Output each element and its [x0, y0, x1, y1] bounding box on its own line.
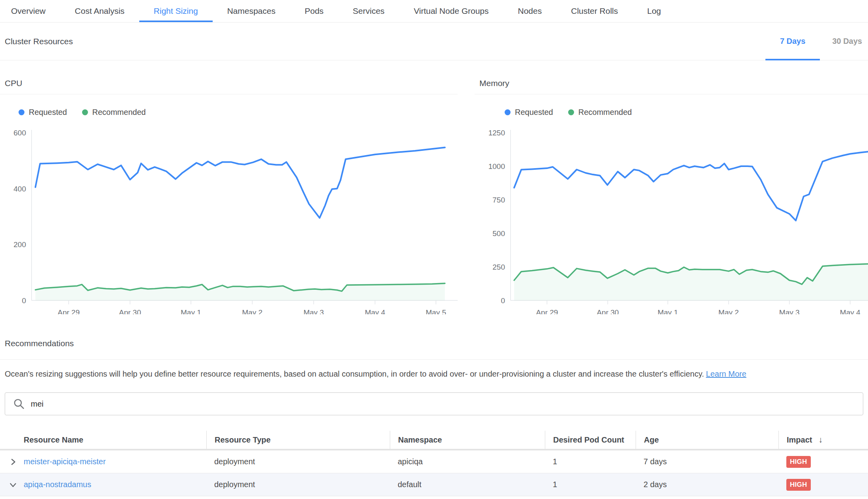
resource-name-link[interactable]: apiqa-nostradamus: [24, 480, 91, 489]
svg-text:May 3: May 3: [779, 308, 800, 314]
chevron-right-icon: [9, 458, 17, 466]
table-body: meister-apiciqa-meisterdeploymentapiciqa…: [0, 450, 868, 496]
memory-chart-block: Memory RequestedRecommended 025050075010…: [475, 60, 868, 314]
svg-text:May 4: May 4: [365, 308, 385, 314]
svg-text:500: 500: [492, 229, 505, 238]
top-tab-bar: OverviewCost AnalysisRight SizingNamespa…: [0, 0, 868, 23]
age-cell: 7 days: [636, 457, 778, 466]
cluster-resources-title: Cluster Resources: [5, 23, 765, 60]
legend-label: Recommended: [578, 108, 632, 117]
resource-type-cell: deployment: [206, 480, 390, 489]
svg-text:1000: 1000: [488, 162, 505, 171]
legend-dot: [19, 109, 24, 115]
svg-text:Apr 30: Apr 30: [119, 308, 141, 314]
svg-text:Apr 30: Apr 30: [597, 308, 619, 314]
chevron-down-icon: [9, 480, 17, 489]
svg-text:0: 0: [22, 296, 26, 305]
tab-cluster-rolls[interactable]: Cluster Rolls: [556, 0, 632, 22]
svg-text:0: 0: [501, 296, 505, 305]
svg-text:May 3: May 3: [303, 308, 324, 314]
learn-more-link[interactable]: Learn More: [706, 370, 746, 378]
date-range-toggle: 7 Days30 Days: [765, 23, 868, 60]
cluster-resources-header: Cluster Resources 7 Days30 Days: [0, 23, 868, 60]
impact-badge: HIGH: [786, 479, 811, 491]
legend-item-recommended[interactable]: Recommended: [82, 108, 146, 117]
resource-name-cell: meister-apiciqa-meister: [19, 457, 206, 466]
svg-text:May 2: May 2: [242, 308, 263, 314]
resource-type-cell: deployment: [206, 457, 390, 466]
legend-item-requested[interactable]: Requested: [505, 108, 553, 117]
recommendations-description-text: Ocean's resizing suggestions will help y…: [5, 370, 704, 378]
age-cell: 2 days: [636, 480, 778, 489]
memory-chart-legend: RequestedRecommended: [505, 107, 868, 117]
svg-text:May 1: May 1: [658, 308, 678, 314]
column-label: Age: [644, 435, 659, 445]
impact-cell: HIGH: [778, 479, 868, 491]
legend-dot: [82, 109, 88, 115]
recommendations-table: Resource NameResource TypeNamespaceDesir…: [0, 431, 868, 496]
search-icon: [13, 398, 25, 410]
column-header-resource-name[interactable]: Resource Name: [19, 431, 206, 449]
table-header-row: Resource NameResource TypeNamespaceDesir…: [0, 431, 868, 450]
column-label: Resource Name: [24, 435, 83, 445]
row-expander[interactable]: [0, 458, 19, 466]
column-header-namespace[interactable]: Namespace: [390, 431, 545, 449]
recommendations-title: Recommendations: [0, 338, 868, 360]
tab-pods[interactable]: Pods: [290, 0, 338, 22]
resource-name-link[interactable]: meister-apiciqa-meister: [24, 457, 106, 466]
column-header-age[interactable]: Age: [636, 431, 778, 449]
row-expander[interactable]: [0, 480, 19, 489]
svg-text:May 2: May 2: [718, 308, 739, 314]
svg-text:250: 250: [492, 263, 505, 271]
column-label: Namespace: [398, 435, 442, 445]
charts-row: CPU RequestedRecommended 0200400600Apr 2…: [0, 60, 868, 314]
resource-name-cell: apiqa-nostradamus: [19, 480, 206, 489]
memory-chart: 025050075010001250Apr 29Apr 30May 1May 2…: [475, 129, 868, 314]
tab-nodes[interactable]: Nodes: [503, 0, 557, 22]
legend-label: Requested: [29, 108, 67, 117]
column-label: Resource Type: [215, 435, 271, 445]
range-7-days[interactable]: 7 Days: [765, 23, 820, 60]
tab-virtual-node-groups[interactable]: Virtual Node Groups: [399, 0, 503, 22]
legend-dot: [505, 109, 511, 115]
cpu-chart-legend: RequestedRecommended: [19, 107, 458, 117]
svg-text:May 1: May 1: [181, 308, 201, 314]
tab-namespaces[interactable]: Namespaces: [213, 0, 290, 22]
svg-text:200: 200: [13, 240, 26, 249]
svg-text:600: 600: [13, 129, 26, 137]
impact-cell: HIGH: [778, 456, 868, 468]
namespace-cell: apiciqa: [390, 457, 545, 466]
column-header-impact[interactable]: Impact↓: [778, 431, 868, 449]
sort-desc-icon[interactable]: ↓: [818, 435, 823, 445]
svg-text:400: 400: [13, 185, 26, 193]
tab-right-sizing[interactable]: Right Sizing: [139, 0, 213, 22]
legend-dot: [568, 109, 574, 115]
tab-log[interactable]: Log: [632, 0, 675, 22]
cpu-chart: 0200400600Apr 29Apr 30May 1May 2May 3May…: [0, 129, 458, 314]
column-header-desired-pod-count[interactable]: Desired Pod Count: [545, 431, 636, 449]
svg-text:Apr 29: Apr 29: [58, 308, 80, 314]
expander-column-header: [0, 431, 19, 449]
desired-pod-count-cell: 1: [545, 480, 636, 489]
tab-overview[interactable]: Overview: [0, 0, 60, 22]
column-label: Desired Pod Count: [553, 435, 624, 445]
column-header-resource-type[interactable]: Resource Type: [206, 431, 390, 449]
legend-label: Requested: [515, 108, 553, 117]
svg-text:750: 750: [492, 196, 505, 204]
legend-item-requested[interactable]: Requested: [19, 108, 67, 117]
svg-text:Apr 29: Apr 29: [536, 308, 558, 314]
tab-services[interactable]: Services: [338, 0, 399, 22]
table-row: meister-apiciqa-meisterdeploymentapiciqa…: [0, 450, 868, 473]
search-box: [5, 392, 863, 415]
range-30-days[interactable]: 30 Days: [820, 23, 868, 60]
legend-item-recommended[interactable]: Recommended: [568, 108, 632, 117]
impact-badge: HIGH: [786, 456, 811, 468]
svg-text:1250: 1250: [488, 129, 505, 137]
legend-label: Recommended: [92, 108, 146, 117]
table-row: apiqa-nostradamusdeploymentdefault12 day…: [0, 473, 868, 496]
cpu-chart-block: CPU RequestedRecommended 0200400600Apr 2…: [0, 60, 458, 314]
memory-chart-title: Memory: [475, 78, 868, 94]
tab-cost-analysis[interactable]: Cost Analysis: [60, 0, 139, 22]
cpu-chart-title: CPU: [0, 78, 458, 94]
search-input[interactable]: [30, 399, 855, 409]
